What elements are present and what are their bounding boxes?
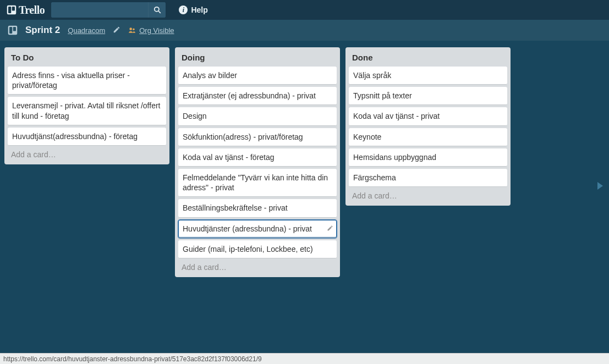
card[interactable]: Design (178, 107, 337, 125)
card-text: Adress finns - visa aktuella priser - pr… (12, 71, 130, 90)
svg-point-3 (155, 7, 159, 12)
card-container: Välja språkTypsnitt på texterKoda val av… (349, 67, 507, 187)
card[interactable]: Extratjänster (ej adressbundna) - privat (178, 87, 337, 105)
card-text: Extratjänster (ej adressbundna) - privat (183, 91, 316, 100)
svg-point-8 (130, 27, 133, 30)
list-title[interactable]: Done (349, 51, 507, 67)
svg-rect-2 (12, 7, 15, 11)
top-header: Trello i Help (0, 0, 609, 20)
card[interactable]: Felmeddelande "Tyvärr vi kan inte hitta … (178, 169, 337, 197)
card-text: Beställningsbekräftelse - privat (183, 203, 288, 212)
card-text: Felmeddelande "Tyvärr vi kan inte hitta … (183, 173, 328, 192)
rename-board-button[interactable] (113, 26, 120, 35)
card[interactable]: Typsnitt på texter (349, 87, 507, 105)
svg-line-4 (158, 11, 161, 13)
card[interactable]: Huvudtjänster (adressbundna) - privat (178, 220, 337, 238)
card-text: Sökfunktion(adress) - privat/företag (183, 133, 303, 141)
org-link-wrap: Quadracom (68, 26, 105, 35)
add-card-button[interactable]: Add a card… (178, 258, 337, 275)
group-icon (128, 26, 136, 34)
board-title: Sprint 2 (25, 25, 60, 36)
board-canvas: To DoAdress finns - visa aktuella priser… (0, 41, 609, 353)
card[interactable]: Hemsidans uppbyggnad (349, 148, 507, 167)
add-card-button[interactable]: Add a card… (8, 146, 166, 162)
card[interactable]: Adress finns - visa aktuella priser - pr… (8, 67, 166, 95)
logo-text: Trello (19, 4, 45, 16)
logo[interactable]: Trello (4, 4, 47, 16)
org-link[interactable]: Quadracom (68, 26, 105, 35)
card-text: Koda val av tjänst - privat (353, 112, 440, 120)
visibility[interactable]: Org Visible (128, 26, 174, 35)
scroll-right-button[interactable] (597, 182, 603, 192)
card-container: Adress finns - visa aktuella priser - pr… (8, 67, 166, 146)
card[interactable]: Beställningsbekräftelse - privat (178, 199, 337, 217)
help-label: Help (191, 5, 207, 14)
search-wrap (51, 2, 166, 18)
board-header: Sprint 2 Quadracom Org Visible (0, 20, 609, 41)
search-button[interactable] (148, 2, 166, 18)
status-bar-text: https://trello.com/card/huvudtjanster-ad… (3, 355, 262, 363)
visibility-label[interactable]: Org Visible (139, 26, 174, 35)
card[interactable]: Analys av bilder (178, 67, 337, 85)
list: DoingAnalys av bilderExtratjänster (ej a… (175, 47, 340, 277)
card[interactable]: Leveransmejl - privat. Avtal till riksne… (8, 97, 166, 125)
list: To DoAdress finns - visa aktuella priser… (4, 47, 169, 164)
card-container: Analys av bilderExtratjänster (ej adress… (178, 67, 337, 258)
board-icon (8, 25, 18, 35)
info-icon: i (179, 5, 188, 14)
list: DoneVälja språkTypsnitt på texterKoda va… (345, 47, 511, 206)
svg-rect-7 (13, 27, 16, 31)
card-text: Typsnitt på texter (353, 91, 412, 100)
card[interactable]: Koda val av tjänst - privat (349, 107, 507, 125)
add-card-button[interactable]: Add a card… (349, 187, 507, 203)
card[interactable]: Välja språk (349, 67, 507, 85)
card-text: Koda val av tjänst - företag (183, 153, 275, 162)
search-input[interactable] (51, 2, 148, 18)
card-text: Huvudtjänst(adressbundna) - företag (12, 132, 138, 141)
svg-rect-1 (8, 7, 11, 13)
card-text: Leveransmejl - privat. Avtal till riksne… (12, 101, 160, 120)
trello-logo-icon (7, 5, 17, 15)
chevron-right-icon (597, 182, 603, 190)
card-text: Analys av bilder (183, 71, 237, 80)
svg-rect-6 (9, 27, 12, 34)
card-text: Keynote (353, 133, 381, 141)
help-link[interactable]: i Help (179, 5, 207, 14)
card-edit-icon[interactable] (327, 224, 333, 234)
status-bar: https://trello.com/card/huvudtjanster-ad… (0, 353, 609, 364)
card[interactable]: Sökfunktion(adress) - privat/företag (178, 128, 337, 146)
card-text: Design (183, 112, 207, 120)
card[interactable]: Huvudtjänst(adressbundna) - företag (8, 128, 166, 146)
list-title[interactable]: Doing (178, 51, 337, 67)
search-icon (153, 6, 161, 14)
card[interactable]: Koda val av tjänst - företag (178, 148, 337, 167)
card-text: Välja språk (353, 71, 391, 80)
list-title[interactable]: To Do (8, 51, 166, 67)
card[interactable]: Färgschema (349, 169, 507, 187)
card-text: Färgschema (353, 173, 396, 182)
pencil-icon (113, 26, 120, 34)
card-text: Huvudtjänster (adressbundna) - privat (183, 224, 312, 233)
card[interactable]: Guider (mail, ip-telefoni, Lockbee, etc) (178, 240, 337, 258)
card-text: Hemsidans uppbyggnad (353, 153, 436, 162)
card[interactable]: Keynote (349, 128, 507, 146)
card-text: Guider (mail, ip-telefoni, Lockbee, etc) (183, 245, 313, 253)
svg-point-9 (133, 29, 135, 31)
